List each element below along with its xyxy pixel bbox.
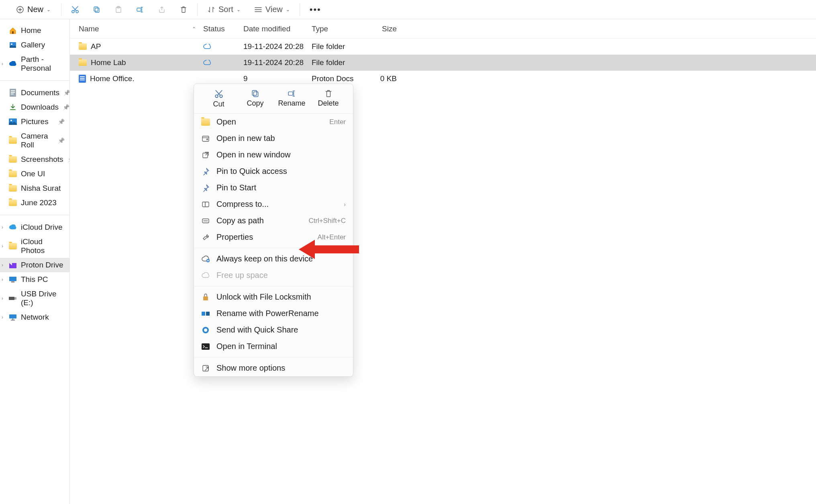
sidebar-item-label: One UI bbox=[21, 169, 45, 178]
ctx-delete-button[interactable]: Delete bbox=[316, 88, 341, 110]
file-row[interactable]: Home Lab19-11-2024 20:28File folder bbox=[70, 55, 816, 71]
sidebar-item-documents[interactable]: Documents📌 bbox=[0, 86, 69, 100]
ctx-item-open[interactable]: OpenEnter bbox=[194, 114, 353, 130]
folder-icon bbox=[9, 199, 17, 207]
file-date: 19-11-2024 20:28 bbox=[243, 42, 312, 51]
sidebar-item-parth-personal[interactable]: ›Parth - Personal bbox=[0, 52, 69, 75]
sidebar-item-label: Screenshots bbox=[21, 155, 63, 164]
new-label: New bbox=[27, 5, 43, 14]
ctx-item-label: Copy as path bbox=[216, 216, 264, 225]
ctx-item-compress-to-[interactable]: Compress to...› bbox=[194, 196, 353, 212]
ctx-item-open-in-new-window[interactable]: Open in new window bbox=[194, 147, 353, 163]
sidebar-item-pictures[interactable]: Pictures📌 bbox=[0, 114, 69, 129]
ctx-item-send-with-quick-share[interactable]: Send with Quick Share bbox=[194, 322, 353, 338]
pin-icon: 📌 bbox=[58, 118, 65, 125]
home-icon bbox=[9, 27, 17, 35]
file-type: Proton Docs bbox=[312, 74, 368, 83]
sidebar-item-icloud-photos[interactable]: ›iCloud Photos bbox=[0, 235, 69, 258]
ctx-shortcut: Alt+Enter bbox=[318, 233, 346, 241]
ctx-item-label: Pin to Start bbox=[216, 183, 256, 192]
chevron-down-icon: ⌄ bbox=[47, 7, 51, 12]
pictures-icon bbox=[9, 118, 17, 126]
sidebar-item-usb-drive-e-[interactable]: ›USB Drive (E:) bbox=[0, 287, 69, 310]
more-button[interactable]: ••• bbox=[306, 2, 324, 17]
ctx-copy-button[interactable]: Copy bbox=[243, 88, 268, 110]
folder-icon bbox=[79, 59, 87, 66]
svg-rect-27 bbox=[202, 136, 209, 141]
ctx-item-label: Compress to... bbox=[216, 200, 269, 209]
sidebar-item-label: Documents bbox=[21, 88, 59, 97]
col-size[interactable]: Size bbox=[368, 24, 408, 33]
sort-asc-icon: ⌃ bbox=[192, 26, 196, 32]
ctx-item-free-up-space: Free up space bbox=[194, 267, 353, 284]
folder-icon bbox=[9, 184, 17, 192]
ctx-item-label: Send with Quick Share bbox=[216, 325, 298, 335]
svg-rect-4 bbox=[94, 7, 98, 11]
file-row[interactable]: AP19-11-2024 20:28File folder bbox=[70, 39, 816, 55]
copy-button[interactable] bbox=[90, 3, 104, 16]
col-date[interactable]: Date modified bbox=[243, 24, 312, 33]
ctx-item-label: Pin to Quick access bbox=[216, 167, 287, 176]
sidebar-item-nisha-surat[interactable]: Nisha Surat bbox=[0, 181, 69, 196]
paste-button[interactable] bbox=[111, 3, 126, 16]
delete-button[interactable] bbox=[176, 3, 191, 16]
sidebar-item-gallery[interactable]: Gallery bbox=[0, 38, 69, 52]
sidebar-item-proton-drive[interactable]: ›Proton Drive bbox=[0, 258, 69, 272]
path-icon bbox=[201, 216, 210, 225]
pin-icon: 📌 bbox=[63, 104, 69, 110]
file-row[interactable]: Home Office.9Proton Docs0 KB bbox=[70, 71, 816, 87]
chevron-right-icon: › bbox=[2, 61, 3, 67]
ctx-top-label: Cut bbox=[213, 100, 224, 108]
ctx-item-pin-to-start[interactable]: Pin to Start bbox=[194, 180, 353, 196]
view-button[interactable]: View ⌄ bbox=[251, 2, 293, 16]
svg-rect-32 bbox=[203, 296, 208, 300]
sidebar-item-icloud-drive[interactable]: ›iCloud Drive bbox=[0, 220, 69, 235]
ctx-item-rename-with-powerrename[interactable]: Rename with PowerRename bbox=[194, 305, 353, 322]
svg-rect-18 bbox=[11, 282, 14, 282]
ctx-cut-button[interactable]: Cut bbox=[206, 88, 232, 110]
ctx-item-label: Free up space bbox=[216, 271, 268, 280]
open-folder-icon bbox=[201, 118, 210, 127]
ctx-item-open-in-new-tab[interactable]: Open in new tab bbox=[194, 130, 353, 147]
new-button[interactable]: New ⌄ bbox=[12, 2, 55, 16]
ctx-item-copy-as-path[interactable]: Copy as pathCtrl+Shift+C bbox=[194, 212, 353, 229]
keep-icon bbox=[201, 255, 210, 263]
cut-icon bbox=[214, 90, 223, 98]
ctx-item-show-more-options[interactable]: Show more options bbox=[194, 360, 353, 376]
sidebar-item-downloads[interactable]: Downloads📌 bbox=[0, 100, 69, 114]
sidebar-item-camera-roll[interactable]: Camera Roll📌 bbox=[0, 129, 69, 152]
sidebar-item-screenshots[interactable]: Screenshots📌 bbox=[0, 152, 69, 167]
ctx-item-always-keep-on-this-device[interactable]: Always keep on this device bbox=[194, 251, 353, 267]
svg-rect-17 bbox=[9, 277, 16, 281]
compress-icon bbox=[201, 200, 210, 209]
col-status[interactable]: Status bbox=[203, 24, 243, 33]
rename-icon bbox=[288, 90, 296, 98]
chevron-right-icon: › bbox=[2, 277, 3, 282]
ctx-item-properties[interactable]: PropertiesAlt+Enter bbox=[194, 229, 353, 245]
svg-rect-24 bbox=[253, 92, 258, 97]
pin-icon bbox=[201, 184, 210, 192]
sidebar-item-network[interactable]: ›Network bbox=[0, 310, 69, 324]
cut-button[interactable] bbox=[68, 3, 82, 16]
ctx-item-pin-to-quick-access[interactable]: Pin to Quick access bbox=[194, 163, 353, 180]
svg-rect-34 bbox=[206, 312, 210, 316]
col-name[interactable]: Name ⌃ bbox=[79, 24, 203, 33]
col-type[interactable]: Type bbox=[312, 24, 368, 33]
share-button[interactable] bbox=[155, 3, 169, 16]
rename-button[interactable] bbox=[133, 3, 147, 16]
svg-rect-7 bbox=[137, 8, 141, 11]
ctx-item-open-in-terminal[interactable]: Open in Terminal bbox=[194, 338, 353, 355]
sidebar-item-label: Pictures bbox=[21, 117, 49, 126]
sort-button[interactable]: Sort ⌄ bbox=[204, 2, 244, 16]
sidebar-item-june-2023[interactable]: June 2023 bbox=[0, 196, 69, 210]
pin-icon: 📌 bbox=[63, 90, 70, 96]
sidebar-item-this-pc[interactable]: ›This PC bbox=[0, 272, 69, 287]
ctx-item-unlock-with-file-locksmith[interactable]: Unlock with File Locksmith bbox=[194, 289, 353, 305]
ctx-item-label: Unlock with File Locksmith bbox=[216, 292, 311, 302]
sidebar-item-one-ui[interactable]: One UI bbox=[0, 167, 69, 181]
sidebar-item-home[interactable]: Home bbox=[0, 23, 69, 38]
ctx-rename-button[interactable]: Rename bbox=[279, 88, 305, 110]
sidebar-item-label: June 2023 bbox=[21, 198, 57, 207]
svg-rect-20 bbox=[14, 297, 16, 300]
pc-icon bbox=[9, 275, 17, 284]
